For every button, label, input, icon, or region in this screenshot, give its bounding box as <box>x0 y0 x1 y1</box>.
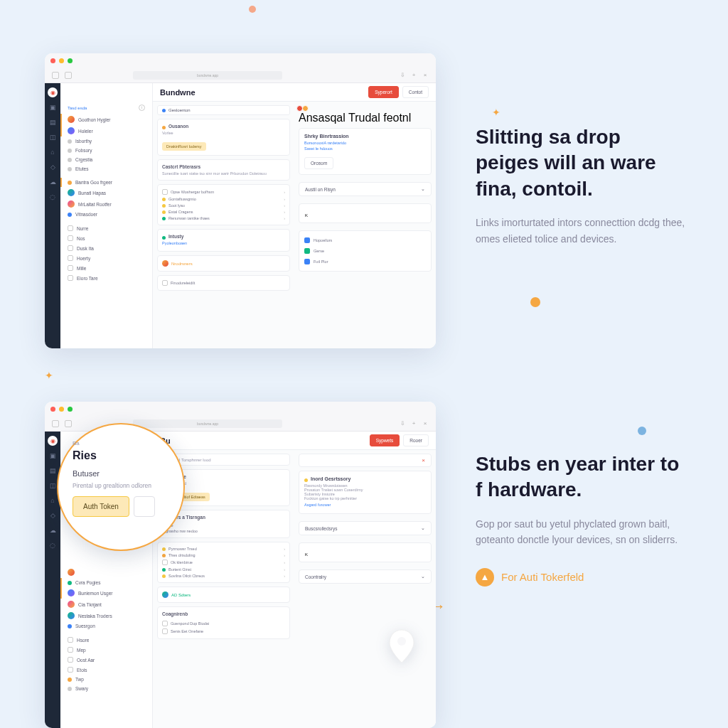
list-item[interactable]: Gontaftuasgmio› <box>162 197 285 201</box>
rail-icon[interactable]: ◫ <box>48 134 57 142</box>
nav-forward-button[interactable] <box>65 420 72 427</box>
card-link[interactable]: Saset Ie hdouos <box>304 146 426 151</box>
list-item[interactable]: Fee <box>162 522 285 529</box>
sidebar-check-item[interactable]: Eioro Tare <box>60 273 152 283</box>
rail-icon[interactable]: ◇ <box>48 512 57 520</box>
collapse-row[interactable]: Austil on Risyn⌄ <box>299 182 432 196</box>
list-item[interactable]: Opse Woshergar bofhsm› <box>162 189 285 195</box>
highlighted-pill[interactable]: DnakinRosri Iodersy <box>162 142 206 151</box>
nav-back-button[interactable] <box>52 72 59 79</box>
rail-icon[interactable]: ☁ <box>48 178 57 187</box>
rail-icon[interactable]: ▣ <box>48 452 57 461</box>
sidebar-item[interactable] <box>60 567 152 578</box>
auth-token-button[interactable]: Auth Token <box>73 496 129 517</box>
list-item[interactable]: Senis Eet Onefane <box>162 628 285 634</box>
plus-icon[interactable]: + <box>410 420 417 427</box>
sidebar-check-item[interactable]: Mep <box>60 645 152 655</box>
rail-icon[interactable]: ▤ <box>48 119 57 127</box>
secondary-button[interactable]: Rooer <box>403 434 429 446</box>
rail-icon[interactable]: ⌂ <box>48 497 57 505</box>
nav-forward-button[interactable] <box>65 72 72 79</box>
sidebar-check-item[interactable]: Hoerty <box>60 253 152 263</box>
download-icon[interactable]: ⇩ <box>399 420 406 427</box>
list-item[interactable]: Gerse <box>304 247 426 255</box>
sidebar-item[interactable]: Holeler <box>60 125 152 136</box>
traffic-light-zoom[interactable] <box>68 407 73 412</box>
plus-icon[interactable]: + <box>410 72 417 79</box>
traffic-light-close[interactable] <box>50 407 55 412</box>
sidebar-item[interactable]: Vitnasdoer <box>60 210 152 219</box>
traffic-light-minimize[interactable] <box>59 407 64 412</box>
list-item[interactable]: Thes drtsdoling› <box>162 553 285 557</box>
rail-icon[interactable]: ☁ <box>48 527 57 535</box>
list-item[interactable]: Pyrmowsr Trsed› <box>162 547 285 551</box>
sidebar-item[interactable]: Goothon Hygler <box>60 114 152 125</box>
url-bar[interactable]: bundwne.app <box>133 419 282 428</box>
sidebar-item[interactable]: Suesrgon <box>60 621 152 631</box>
rail-icon[interactable]: ▣ <box>48 104 57 112</box>
sidebar-item[interactable]: Nestaka Troders <box>60 610 152 621</box>
list-item[interactable]: Burtent Ginst› <box>162 567 285 572</box>
close-icon[interactable]: × <box>422 457 425 464</box>
sidebar-item[interactable]: Isborthy <box>60 136 152 146</box>
traffic-light-zoom[interactable] <box>68 58 73 63</box>
sidebar-item[interactable]: Cvra Pogies <box>60 578 152 587</box>
info-icon[interactable]: i <box>139 105 145 111</box>
list-item[interactable]: Goenpond Dop Biodai <box>162 621 285 626</box>
sidebar-check-item[interactable]: Twp <box>60 675 152 684</box>
close-icon[interactable]: × <box>422 72 429 79</box>
card-link[interactable]: Asgard furower <box>304 503 426 507</box>
sidebar-item[interactable]: MrLaltat Rootfer <box>60 198 152 210</box>
list-item[interactable]: Renurwan tantike thaes› <box>162 216 285 220</box>
sidebar-item[interactable]: Bunatl Hapas <box>60 187 152 198</box>
list-item[interactable]: Hopoellors <box>304 236 426 245</box>
sidebar-check-item[interactable]: Hsore <box>60 635 152 645</box>
download-icon[interactable]: ⇩ <box>399 72 406 79</box>
secondary-button[interactable] <box>134 496 155 517</box>
rail-icon[interactable]: ◌ <box>48 193 57 202</box>
sidebar-item[interactable]: Bantra Goo frgeer <box>60 178 152 187</box>
sidebar-check-item[interactable]: Oost Aar <box>60 655 152 665</box>
sidebar-check-item[interactable]: Dusk Ita <box>60 243 152 253</box>
sidebar-item[interactable]: Fobsory <box>60 146 152 155</box>
card-link[interactable]: Pyoleonboaen <box>162 241 285 245</box>
rail-icon[interactable]: ◌ <box>48 542 57 550</box>
primary-button[interactable]: Sypwets <box>370 434 400 446</box>
decoration-dot <box>249 6 256 13</box>
sidebar-section-header[interactable]: Tasd esda i <box>60 102 152 114</box>
collapse-row[interactable]: Coontralry⌄ <box>299 569 432 584</box>
app-logo[interactable]: ◉ <box>48 87 58 97</box>
rail-icon[interactable]: ▤ <box>48 467 57 476</box>
sidebar-item[interactable]: Etutes <box>60 164 152 173</box>
rail-icon[interactable]: ◇ <box>48 164 57 172</box>
column-header[interactable]: Gesloenton <box>157 105 290 115</box>
url-bar[interactable]: bundwne.app <box>133 71 282 80</box>
rail-icon[interactable]: ⌂ <box>48 149 57 157</box>
sidebar-item[interactable]: Cia Tknjant <box>60 599 152 610</box>
sidebar-check-item[interactable]: Nurre <box>60 223 152 233</box>
primary-button[interactable]: Syperort <box>368 86 399 98</box>
card-link[interactable]: BorsonooxiA rardetarido <box>304 141 426 145</box>
list-item[interactable]: Sovilna Oilcit Cbreos› <box>162 574 285 578</box>
sidebar-check-item[interactable]: Etois <box>60 665 152 675</box>
rail-icon[interactable]: ◫ <box>48 482 57 491</box>
sidebar-check-item[interactable]: Mille <box>60 263 152 273</box>
list-item[interactable]: Ok klenbirue› <box>162 560 285 565</box>
sidebar-item[interactable]: Buniemon Usger <box>60 587 152 599</box>
collapse-row[interactable]: Buscsrolledsrys⌄ <box>299 521 432 535</box>
sidebar-check-item[interactable]: Nos <box>60 233 152 243</box>
card-button[interactable]: Orceorn <box>304 157 333 169</box>
list-item[interactable]: Kignasho rsw nedoo <box>162 529 285 533</box>
sidebar-check-item[interactable]: Swary <box>60 684 152 693</box>
list-item[interactable]: Futl Plor <box>304 257 426 266</box>
list-item[interactable]: Estal Cragens› <box>162 210 285 214</box>
traffic-light-minimize[interactable] <box>59 58 64 63</box>
app-logo[interactable]: ◉ <box>48 436 58 446</box>
close-icon[interactable]: × <box>422 420 429 427</box>
cta-link[interactable]: ▲ For Auti Tokerfeld <box>476 568 689 587</box>
traffic-light-close[interactable] <box>50 58 55 63</box>
list-item[interactable]: Soot lyau› <box>162 203 285 208</box>
sidebar-item[interactable]: Crgestia <box>60 155 152 164</box>
nav-back-button[interactable] <box>52 420 59 427</box>
secondary-button[interactable]: Contot <box>402 86 429 98</box>
